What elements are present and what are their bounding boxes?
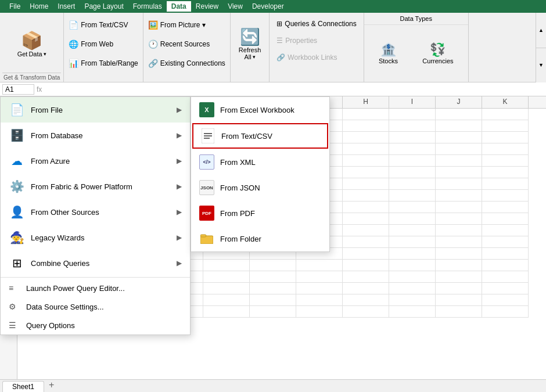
- data-source-group2: 🖼️ From Picture ▾ 🕐 Recent Sources 🔗 Exi…: [143, 13, 231, 82]
- properties-label: Properties: [285, 37, 317, 45]
- currencies-label: Currencies: [422, 57, 453, 64]
- web-label: From Web: [81, 40, 113, 48]
- legacy-label: Legacy Wizards: [31, 233, 171, 242]
- scroll-up-btn[interactable]: ▲: [536, 13, 546, 48]
- col-header-j[interactable]: J: [436, 96, 482, 108]
- xml-icon: </>: [199, 154, 214, 170]
- cell-k1[interactable]: [482, 109, 529, 120]
- from-textcsv-ribbon-btn[interactable]: 📄 From Text/CSV: [66, 19, 141, 31]
- cell-i1[interactable]: [389, 109, 436, 120]
- dropdown-divider: [1, 277, 190, 278]
- legacy-item[interactable]: 🧙 Legacy Wizards ▶: [1, 225, 190, 250]
- stocks-label: Stocks: [379, 57, 398, 64]
- scroll-down-btn[interactable]: ▼: [536, 48, 546, 83]
- from-textcsv-item[interactable]: From Text/CSV: [192, 123, 328, 149]
- from-pdf-item[interactable]: PDF From PDF: [191, 200, 329, 226]
- from-excel-item[interactable]: X From Excel Workbook: [191, 97, 329, 123]
- col-header-k[interactable]: K: [482, 96, 529, 108]
- existing-connections-btn[interactable]: 🔗 Existing Connections: [146, 57, 228, 69]
- wl-icon: 🔗: [276, 53, 285, 62]
- refresh-all-label: All: [244, 53, 251, 60]
- qc-label: Queries & Connections: [285, 20, 356, 28]
- combine-item[interactable]: ⊞ Combine Queries ▶: [1, 250, 190, 276]
- folder-icon: [199, 231, 214, 246]
- col-header-h[interactable]: H: [343, 96, 389, 108]
- from-fabric-arrow: ▶: [177, 182, 182, 190]
- recent-label: Recent Sources: [160, 40, 210, 48]
- dropdown-main[interactable]: 📄 From File ▶ 🗄️ From Database ▶ ☁ From …: [0, 96, 191, 335]
- currencies-btn[interactable]: 💱 Currencies: [420, 40, 455, 67]
- existing-icon: 🔗: [148, 59, 158, 68]
- queries-connections-btn[interactable]: ⊞ Queries & Connections: [274, 19, 358, 29]
- fabric-icon: ⚙️: [9, 179, 25, 193]
- existing-label: Existing Connections: [160, 59, 225, 67]
- menu-view[interactable]: View: [223, 1, 247, 12]
- from-database-item[interactable]: 🗄️ From Database ▶: [1, 123, 190, 148]
- data-source-icon: ⚙: [9, 302, 20, 311]
- from-file-label: From File: [31, 106, 171, 114]
- combine-label: Combine Queries: [31, 259, 171, 268]
- stocks-btn[interactable]: 🏦 Stocks: [376, 40, 400, 67]
- menu-insert[interactable]: Insert: [53, 1, 80, 12]
- data-source-label: Data Source Settings...: [26, 303, 104, 311]
- cell-j1[interactable]: [436, 109, 482, 120]
- from-database-label: From Database: [31, 131, 171, 140]
- from-json-label: From JSON: [220, 184, 260, 192]
- menu-page-layout[interactable]: Page Layout: [80, 1, 128, 12]
- formula-separator: fx: [37, 85, 42, 93]
- col-header-i[interactable]: I: [389, 96, 436, 108]
- from-folder-label: From Folder: [220, 235, 261, 243]
- query-options-label: Query Options: [26, 321, 75, 330]
- table-icon: 📊: [69, 59, 78, 68]
- from-json-item[interactable]: JSON From JSON: [191, 175, 329, 200]
- from-textcsv-sub-label: From Text/CSV: [221, 132, 272, 141]
- picture-label: From Picture ▾: [160, 21, 206, 29]
- menu-formulas[interactable]: Formulas: [128, 1, 167, 12]
- get-data-group: 📦 Get Data ▾ Get & Transform Data: [0, 13, 64, 82]
- add-sheet-btn[interactable]: +: [44, 378, 59, 392]
- excel-icon: X: [199, 102, 214, 117]
- legacy-arrow: ▶: [177, 233, 182, 242]
- from-azure-item[interactable]: ☁ From Azure ▶: [1, 148, 190, 174]
- get-data-button[interactable]: 📦 Get Data ▾: [13, 28, 51, 60]
- menu-home[interactable]: Home: [25, 1, 53, 12]
- launch-editor-item[interactable]: ≡ Launch Power Query Editor...: [1, 279, 190, 297]
- sheet-tab-1[interactable]: Sheet1: [2, 381, 44, 392]
- cell-h1[interactable]: [343, 109, 389, 120]
- dropdown-sub[interactable]: X From Excel Workbook From Text/CSV </> …: [191, 96, 330, 252]
- wl-label: Workbook Links: [288, 53, 337, 62]
- from-other-item[interactable]: 👤 From Other Sources ▶: [1, 199, 190, 225]
- menu-developer[interactable]: Developer: [247, 1, 289, 12]
- menu-review[interactable]: Review: [191, 1, 223, 12]
- get-data-arrow[interactable]: ▾: [44, 51, 46, 57]
- from-fabric-item[interactable]: ⚙️ From Fabric & Power Platform ▶: [1, 174, 190, 199]
- from-pdf-label: From PDF: [220, 209, 255, 218]
- refresh-arrow[interactable]: ▾: [253, 54, 256, 60]
- formula-bar[interactable]: [44, 84, 544, 95]
- workbook-links-btn[interactable]: 🔗 Workbook Links: [274, 52, 358, 63]
- from-file-item[interactable]: 📄 From File ▶: [1, 97, 190, 123]
- name-box[interactable]: [2, 84, 34, 95]
- from-folder-item[interactable]: From Folder: [191, 226, 329, 251]
- textcsv-label: From Text/CSV: [81, 21, 128, 29]
- from-picture-btn[interactable]: 🖼️ From Picture ▾: [146, 19, 228, 31]
- from-xml-item[interactable]: </> From XML: [191, 149, 329, 175]
- combine-icon: ⊞: [9, 256, 25, 270]
- from-web-ribbon-btn[interactable]: 🌐 From Web: [66, 38, 141, 50]
- legacy-icon: 🧙: [9, 231, 25, 244]
- launch-icon: ≡: [9, 283, 20, 293]
- textcsv-sub-icon: [200, 128, 215, 143]
- pdf-icon: PDF: [199, 206, 214, 221]
- properties-btn[interactable]: ☰ Properties: [274, 35, 358, 46]
- data-source-settings-item[interactable]: ⚙ Data Source Settings...: [1, 297, 190, 316]
- from-table-ribbon-btn[interactable]: 📊 From Table/Range: [66, 57, 141, 69]
- menu-data[interactable]: Data: [167, 1, 191, 12]
- from-database-arrow: ▶: [177, 131, 182, 139]
- ribbon-scroll: ▲ ▼: [536, 13, 546, 82]
- recent-sources-btn[interactable]: 🕐 Recent Sources: [146, 38, 228, 50]
- query-options-item[interactable]: ☰ Query Options: [1, 316, 190, 335]
- from-other-label: From Other Sources: [31, 208, 171, 217]
- refresh-btn[interactable]: 🔄 Refresh All ▾: [236, 25, 264, 63]
- menu-file[interactable]: File: [5, 1, 25, 12]
- data-types-group: Data Types 🏦 Stocks 💱 Currencies: [364, 13, 469, 82]
